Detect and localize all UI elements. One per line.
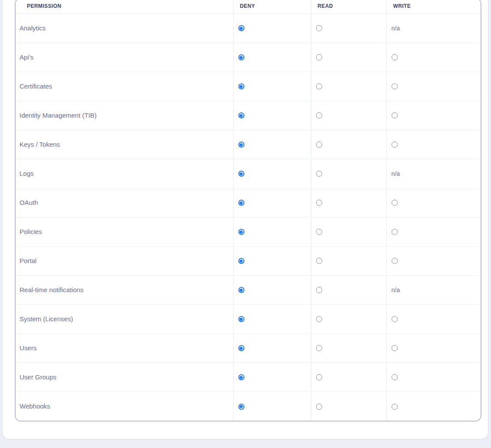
read-cell bbox=[311, 246, 386, 275]
deny-radio[interactable] bbox=[238, 54, 244, 60]
read-radio[interactable] bbox=[316, 287, 322, 293]
table-row: OAuth bbox=[16, 188, 481, 217]
deny-radio[interactable] bbox=[238, 200, 244, 206]
read-cell bbox=[311, 101, 386, 130]
deny-radio[interactable] bbox=[238, 229, 244, 235]
write-cell bbox=[386, 362, 481, 392]
read-cell bbox=[311, 362, 386, 392]
write-radio[interactable] bbox=[392, 54, 398, 60]
write-cell: n/a bbox=[386, 159, 481, 188]
read-cell bbox=[311, 333, 386, 362]
read-radio[interactable] bbox=[316, 345, 322, 351]
read-radio[interactable] bbox=[316, 374, 322, 380]
read-radio[interactable] bbox=[316, 54, 322, 60]
read-radio[interactable] bbox=[316, 200, 322, 206]
permission-label-cell: Identity Management (TIB) bbox=[16, 101, 233, 130]
deny-cell bbox=[233, 130, 311, 159]
table-row: Identity Management (TIB) bbox=[16, 101, 481, 130]
read-cell bbox=[311, 392, 386, 421]
deny-cell bbox=[233, 101, 311, 130]
read-radio[interactable] bbox=[316, 171, 322, 177]
permission-label-cell: Keys / Tokens bbox=[16, 130, 233, 159]
read-radio[interactable] bbox=[316, 258, 322, 264]
read-cell bbox=[311, 72, 386, 101]
content-card: PERMISSION DENY READ WRITE Analytics n/a… bbox=[2, 0, 488, 439]
read-cell bbox=[311, 159, 386, 188]
deny-radio[interactable] bbox=[238, 316, 244, 322]
write-radio[interactable] bbox=[392, 345, 398, 351]
permission-label: User Groups bbox=[20, 373, 56, 381]
table-row: Certificates bbox=[16, 72, 481, 101]
read-cell bbox=[311, 217, 386, 246]
table-row: Webhooks bbox=[16, 392, 481, 421]
write-cell bbox=[386, 43, 481, 72]
read-radio[interactable] bbox=[316, 142, 322, 148]
deny-cell bbox=[233, 246, 311, 275]
write-cell bbox=[386, 188, 481, 217]
write-radio[interactable] bbox=[392, 200, 398, 206]
deny-radio[interactable] bbox=[238, 112, 244, 119]
column-header-write: WRITE bbox=[386, 0, 481, 13]
read-radio[interactable] bbox=[316, 112, 322, 119]
na-label: n/a bbox=[392, 170, 400, 177]
permission-label-cell: System (Licenses) bbox=[16, 304, 233, 333]
column-header-deny: DENY bbox=[233, 0, 311, 13]
deny-radio[interactable] bbox=[238, 404, 244, 410]
read-radio[interactable] bbox=[316, 25, 322, 31]
permission-label: Certificates bbox=[20, 82, 52, 90]
deny-cell bbox=[233, 304, 311, 333]
column-header-permission: PERMISSION bbox=[16, 0, 233, 13]
write-radio[interactable] bbox=[392, 83, 398, 89]
deny-radio[interactable] bbox=[238, 25, 244, 31]
permission-label-cell: Users bbox=[16, 333, 233, 362]
table-header: PERMISSION DENY READ WRITE bbox=[16, 0, 481, 13]
read-radio[interactable] bbox=[316, 229, 322, 235]
deny-cell bbox=[233, 362, 311, 392]
permission-label-cell: Real-time notifications bbox=[16, 275, 233, 304]
permission-label-cell: Analytics bbox=[16, 13, 233, 43]
permission-label: Real-time notifications bbox=[20, 286, 84, 293]
read-cell bbox=[311, 130, 386, 159]
table-row: Users bbox=[16, 333, 481, 362]
deny-cell bbox=[233, 217, 311, 246]
permission-label: Identity Management (TIB) bbox=[20, 112, 97, 119]
deny-radio[interactable] bbox=[238, 258, 244, 264]
read-cell bbox=[311, 188, 386, 217]
deny-radio[interactable] bbox=[238, 287, 244, 293]
deny-cell bbox=[233, 159, 311, 188]
table-row: Policies bbox=[16, 217, 481, 246]
write-cell bbox=[386, 246, 481, 275]
read-radio[interactable] bbox=[316, 404, 322, 410]
table-row: Api's bbox=[16, 43, 481, 72]
permission-label-cell: User Groups bbox=[16, 362, 233, 392]
permission-label: OAuth bbox=[20, 199, 38, 206]
deny-radio[interactable] bbox=[238, 345, 244, 351]
permission-label-cell: Certificates bbox=[16, 72, 233, 101]
table-row: System (Licenses) bbox=[16, 304, 481, 333]
read-radio[interactable] bbox=[316, 316, 322, 322]
column-header-read: READ bbox=[311, 0, 386, 13]
permission-label-cell: OAuth bbox=[16, 188, 233, 217]
write-radio[interactable] bbox=[392, 142, 398, 148]
header-row: PERMISSION DENY READ WRITE bbox=[16, 0, 481, 13]
deny-radio[interactable] bbox=[238, 171, 244, 177]
read-cell bbox=[311, 304, 386, 333]
permission-label-cell: Portal bbox=[16, 246, 233, 275]
permission-label-cell: Api's bbox=[16, 43, 233, 72]
write-radio[interactable] bbox=[392, 112, 398, 119]
deny-cell bbox=[233, 43, 311, 72]
na-label: n/a bbox=[392, 25, 400, 32]
write-radio[interactable] bbox=[392, 316, 398, 322]
read-radio[interactable] bbox=[316, 83, 322, 89]
write-radio[interactable] bbox=[392, 374, 398, 380]
write-cell: n/a bbox=[386, 275, 481, 304]
table-row: Logs n/a bbox=[16, 159, 481, 188]
write-radio[interactable] bbox=[392, 258, 398, 264]
deny-radio[interactable] bbox=[238, 142, 244, 148]
table-row: Portal bbox=[16, 246, 481, 275]
deny-cell bbox=[233, 13, 311, 43]
deny-radio[interactable] bbox=[238, 374, 244, 380]
write-radio[interactable] bbox=[392, 229, 398, 235]
write-radio[interactable] bbox=[392, 404, 398, 410]
deny-radio[interactable] bbox=[238, 83, 244, 89]
